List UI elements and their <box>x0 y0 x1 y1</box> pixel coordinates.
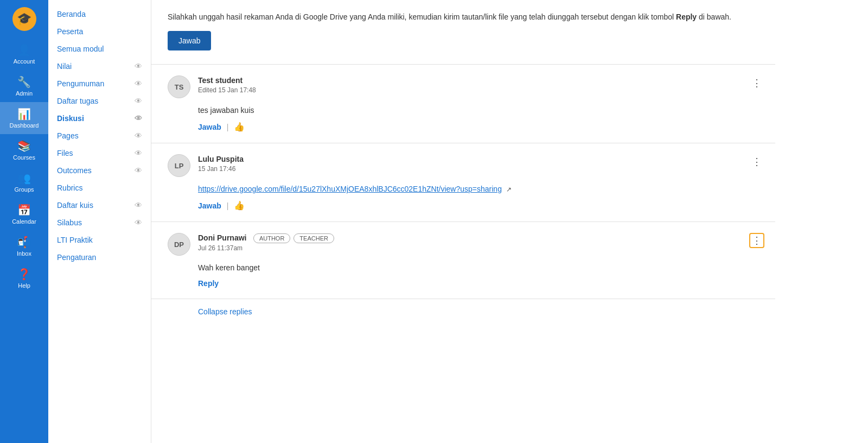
sidebar-item-pengumuman[interactable]: Pengumuman 👁 <box>48 75 151 92</box>
collapse-replies-label: Collapse replies <box>198 307 252 316</box>
post-dp-wrapper: ⋮ DP Doni Purnawi AUTHOR TEACHER Jul 26 … <box>151 222 775 299</box>
post-ts-body: tes jawaban kuis <box>198 105 759 116</box>
post-lp-header: LP Lulu Puspita 15 Jan 17:46 <box>168 154 759 177</box>
jawab-button[interactable]: Jawab <box>168 31 211 50</box>
post-dp-badges: AUTHOR TEACHER <box>253 233 334 243</box>
pengumuman-label: Pengumuman <box>57 79 104 88</box>
post-lp-link[interactable]: https://drive.google.com/file/d/15u27lXh… <box>198 185 502 193</box>
logo[interactable]: 🎓 <box>11 5 38 33</box>
daftar-tugas-eye-icon: 👁 <box>135 97 142 105</box>
files-label: Files <box>57 149 73 157</box>
sidebar-item-peserta[interactable]: Peserta <box>48 23 151 40</box>
inbox-label: Inbox <box>17 250 31 257</box>
calendar-label: Calendar <box>12 218 36 225</box>
post-ts-more-button[interactable]: ⋮ <box>749 75 764 91</box>
nav-dashboard[interactable]: 📊 Dashboard <box>0 102 48 134</box>
sidebar-item-pengaturan[interactable]: Pengaturan <box>48 249 151 266</box>
post-dp-more-button[interactable]: ⋮ <box>749 233 764 248</box>
nav-calendar[interactable]: 📅 Calendar <box>0 198 48 230</box>
post-ts-avatar: TS <box>168 75 190 98</box>
post-lp-like-button[interactable]: 👍 <box>234 200 245 211</box>
calendar-icon: 📅 <box>17 204 31 217</box>
post-dp: ⋮ DP Doni Purnawi AUTHOR TEACHER Jul 26 … <box>151 222 775 299</box>
logo-icon: 🎓 <box>12 7 36 31</box>
sidebar-item-silabus[interactable]: Silabus 👁 <box>48 214 151 231</box>
post-lp-more-button[interactable]: ⋮ <box>749 154 764 169</box>
courses-icon: 📚 <box>17 140 31 153</box>
silabus-eye-icon: 👁 <box>135 218 142 227</box>
post-lp: ⋮ LP Lulu Puspita 15 Jan 17:46 https://d… <box>151 143 775 222</box>
post-lp-actions: Jawab | 👍 <box>198 200 759 211</box>
external-link-icon: ↗ <box>506 186 512 193</box>
post-dp-body: Wah keren banget <box>198 262 759 274</box>
post-dp-meta: Doni Purnawi AUTHOR TEACHER Jul 26 11:37… <box>198 233 759 252</box>
post-dp-time: Jul 26 11:37am <box>198 244 759 252</box>
groups-icon: 👥 <box>17 172 31 185</box>
sidebar-item-beranda[interactable]: Beranda <box>48 5 151 23</box>
post-ts-header: TS Test student Edited 15 Jan 17:48 <box>168 75 759 98</box>
sidebar-item-lti-praktik[interactable]: LTI Praktik <box>48 231 151 249</box>
inbox-icon: 📬 <box>17 236 31 249</box>
outcomes-label: Outcomes <box>57 166 92 175</box>
post-lp-time: 15 Jan 17:46 <box>198 165 759 173</box>
sidebar-item-semua-modul[interactable]: Semua modul <box>48 40 151 58</box>
nav-inbox[interactable]: 📬 Inbox <box>0 230 48 262</box>
pengaturan-label: Pengaturan <box>57 253 96 262</box>
nav-admin[interactable]: 🔧 Admin <box>0 70 48 102</box>
outcomes-eye-icon: 👁 <box>135 166 142 175</box>
post-dp-avatar: DP <box>168 233 190 256</box>
post-dp-actions: Reply <box>198 279 759 288</box>
rubrics-label: Rubrics <box>57 183 82 192</box>
sidebar-item-daftar-tugas[interactable]: Daftar tugas 👁 <box>48 92 151 110</box>
nilai-label: Nilai <box>57 62 72 71</box>
dashboard-label: Dashboard <box>10 122 39 129</box>
daftar-kuis-label: Daftar kuis <box>57 201 93 210</box>
pengumuman-eye-icon: 👁 <box>135 79 142 88</box>
semua-modul-label: Semua modul <box>57 45 104 53</box>
sidebar-item-diskusi[interactable]: Diskusi 👁 <box>48 110 151 127</box>
files-eye-icon: 👁 <box>135 149 142 157</box>
badge-author: AUTHOR <box>253 233 290 243</box>
post-ts-jawab-link[interactable]: Jawab <box>198 123 221 131</box>
sidebar-item-rubrics[interactable]: Rubrics <box>48 179 151 197</box>
sidebar-item-daftar-kuis[interactable]: Daftar kuis 👁 <box>48 197 151 214</box>
post-ts-author: Test student <box>198 76 242 85</box>
post-lp-divider: | <box>227 201 229 210</box>
post-lp-body: https://drive.google.com/file/d/15u27lXh… <box>198 183 759 195</box>
post-lp-jawab-link[interactable]: Jawab <box>198 201 221 210</box>
instruction-text: Silahkah unggah hasil rekaman Anda di Go… <box>168 11 759 23</box>
badge-teacher: TEACHER <box>293 233 334 243</box>
account-label: Account <box>14 58 35 65</box>
instruction-block: Silahkah unggah hasil rekaman Anda di Go… <box>151 0 775 65</box>
daftar-kuis-eye-icon: 👁 <box>135 201 142 210</box>
nav-account[interactable]: 👤 Account <box>0 38 48 70</box>
post-ts-like-button[interactable]: 👍 <box>234 122 245 132</box>
silabus-label: Silabus <box>57 218 82 227</box>
daftar-tugas-label: Daftar tugas <box>57 97 98 105</box>
post-dp-author: Doni Purnawi <box>198 233 246 242</box>
sidebar-item-nilai[interactable]: Nilai 👁 <box>48 58 151 75</box>
dashboard-icon: 📊 <box>17 107 31 121</box>
sidebar-item-outcomes[interactable]: Outcomes 👁 <box>48 162 151 179</box>
nav-groups[interactable]: 👥 Groups <box>0 166 48 198</box>
main-content: Silahkah unggah hasil rekaman Anda di Go… <box>151 0 868 443</box>
post-lp-avatar: LP <box>168 154 190 177</box>
sidebar-item-pages[interactable]: Pages 👁 <box>48 127 151 144</box>
nav-courses[interactable]: 📚 Courses <box>0 134 48 166</box>
post-ts: ⋮ TS Test student Edited 15 Jan 17:48 te… <box>151 65 775 143</box>
content-area: Silahkah unggah hasil rekaman Anda di Go… <box>151 0 775 324</box>
nav-help[interactable]: ❓ Help <box>0 262 48 294</box>
post-lp-author: Lulu Puspita <box>198 155 244 163</box>
admin-label: Admin <box>16 90 33 97</box>
lti-praktik-label: LTI Praktik <box>57 236 93 244</box>
collapse-replies-button[interactable]: Collapse replies <box>151 299 775 324</box>
account-icon: 👤 <box>17 43 31 56</box>
sidebar-item-files[interactable]: Files 👁 <box>48 144 151 162</box>
help-icon: ❓ <box>17 268 31 281</box>
post-dp-reply-link[interactable]: Reply <box>198 279 219 288</box>
menu-sidebar: Beranda Peserta Semua modul Nilai 👁 Peng… <box>48 0 151 443</box>
post-ts-time: Edited 15 Jan 17:48 <box>198 86 759 94</box>
post-ts-divider: | <box>227 123 229 131</box>
admin-icon: 🔧 <box>17 75 31 88</box>
post-dp-header: DP Doni Purnawi AUTHOR TEACHER Jul 26 11… <box>168 233 759 256</box>
